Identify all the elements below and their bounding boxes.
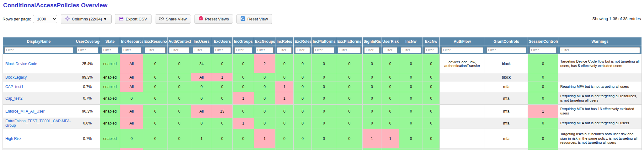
column-header-SessionControls[interactable]: SessionControls (528, 37, 558, 46)
cell-SessionControls: 0 (528, 81, 558, 92)
cell-Warnings: Requiring MFA but is not targeting all r… (558, 92, 642, 105)
filter-input-IncGroups[interactable] (234, 47, 252, 53)
column-header-Warnings[interactable]: Warnings (558, 37, 642, 46)
cell-UserRisk: 1 (381, 129, 399, 148)
filter-cell-Warnings (558, 46, 642, 54)
filter-input-SignInRisk[interactable] (364, 47, 380, 53)
cell-AuthFlow (440, 81, 485, 92)
column-header-IncUsers[interactable]: IncUsers (191, 37, 212, 46)
column-header-ExcGroups[interactable]: ExcGroups (254, 37, 275, 46)
cell-IncNw: 0 (399, 129, 423, 148)
cell-AuthFlow (440, 148, 485, 150)
cell-ExcNw: 0 (423, 73, 440, 81)
filter-input-UserRisk[interactable] (383, 47, 397, 53)
briefcase-icon (199, 16, 203, 21)
filter-input-AuthFlow[interactable] (441, 47, 483, 53)
share-view-button-label: Share View (166, 17, 187, 21)
filter-input-Warnings[interactable] (560, 47, 640, 53)
cell-SignInRisk (363, 148, 381, 150)
filter-input-ExcUsers[interactable] (214, 47, 231, 53)
gear-icon (65, 16, 70, 22)
filter-input-DisplayName[interactable] (4, 47, 73, 53)
column-header-IncGroups[interactable]: IncGroups (233, 37, 254, 46)
column-header-IncResources[interactable]: IncResources (120, 37, 143, 46)
columns-button-label: Columns (22/34) ▼ (72, 17, 107, 21)
filter-input-IncNw[interactable] (401, 47, 421, 53)
rows-per-page-select[interactable]: 1000 (33, 15, 57, 23)
column-header-ExcRoles[interactable]: ExcRoles (294, 37, 312, 46)
cell-IncRoles (275, 148, 294, 150)
column-header-ExcResources[interactable]: ExcResources (143, 37, 168, 46)
policy-link[interactable]: EntraFalcon_TEST_TC001_CAP-MFA-Group (5, 119, 71, 128)
filter-cell-GrantControls (485, 46, 528, 54)
table-row: CAP_test10.7%enabledAll00000010000000mfa… (3, 81, 642, 92)
filter-input-ExcResources[interactable] (145, 47, 166, 53)
filter-input-IncPlatforms[interactable] (313, 47, 334, 53)
cell-IncGroups: 0 (233, 81, 254, 92)
columns-button[interactable]: Columns (22/34) ▼ (61, 14, 112, 24)
cell-AuthContext: 0 (168, 54, 191, 73)
column-header-ExcNw[interactable]: ExcNw (423, 37, 440, 46)
cell-UserCoverage: 90.3% (75, 105, 100, 118)
reset-view-button[interactable]: Reset View (236, 14, 272, 24)
filter-cell-IncUsers (191, 46, 212, 54)
column-header-IncPlatforms[interactable]: IncPlatforms (312, 37, 336, 46)
column-header-State[interactable]: State (100, 37, 120, 46)
table-row: High Risk0.7%enabled000100100001100mfa0T… (3, 129, 642, 148)
filter-input-IncUsers[interactable] (193, 47, 210, 53)
cell-Warnings: Targeting risks but includes both user r… (558, 129, 642, 148)
column-header-DisplayName[interactable]: DisplayName (3, 37, 75, 46)
cell-IncPlatforms (312, 148, 336, 150)
filter-input-ExcNw[interactable] (424, 47, 438, 53)
policy-link[interactable]: BlockLegacy (5, 75, 27, 80)
filter-input-IncResources[interactable] (122, 47, 141, 53)
cell-DisplayName: EntraFalcon_TEST_TC001_CAP-MFA-Group (3, 118, 75, 129)
cell-ExcResources (143, 148, 168, 150)
export-csv-button[interactable]: Export CSV (115, 14, 152, 24)
policy-link[interactable]: Enforce_MFA_All_User (5, 109, 45, 114)
filter-input-UserCoverage[interactable] (77, 47, 98, 53)
cell-IncPlatforms: 0 (312, 73, 336, 81)
column-header-GrantControls[interactable]: GrantControls (485, 37, 528, 46)
filter-input-ExcRoles[interactable] (295, 47, 310, 53)
cell-IncGroups: 1 (233, 118, 254, 129)
policy-link[interactable]: Block Device Code (5, 62, 37, 66)
filter-cell-IncPlatforms (312, 46, 336, 54)
cell-ExcRoles: 0 (294, 105, 312, 118)
cell-IncUsers: 34 (191, 54, 212, 73)
filter-input-State[interactable] (102, 47, 118, 53)
column-header-AuthContext[interactable]: AuthContext (168, 37, 191, 46)
reset-icon (241, 16, 245, 22)
filter-input-ExcGroups[interactable] (256, 47, 274, 53)
column-header-ExcPlatforms[interactable]: ExcPlatforms (336, 37, 363, 46)
cell-GrantControls: block (485, 73, 528, 81)
policy-link[interactable]: Cap_test2 (5, 96, 23, 101)
column-header-SignInRisk[interactable]: SignInRisk (363, 37, 381, 46)
policy-link[interactable]: High Risk (5, 136, 21, 141)
cell-ExcResources: 0 (143, 92, 168, 105)
cell-GrantControls: mfa (485, 118, 528, 129)
cell-DisplayName: BlockLegacy (3, 73, 75, 81)
column-header-AuthFlow[interactable]: AuthFlow (440, 37, 485, 46)
filter-cell-IncRoles (275, 46, 294, 54)
column-header-UserCoverage[interactable]: UserCoverage (75, 37, 100, 46)
cell-ExcGroups: 0 (254, 73, 275, 81)
cell-ExcPlatforms: 0 (336, 118, 363, 129)
filter-cell-ExcUsers (212, 46, 233, 54)
column-header-IncRoles[interactable]: IncRoles (275, 37, 294, 46)
filter-input-ExcPlatforms[interactable] (338, 47, 361, 53)
filter-input-SessionControls[interactable] (530, 47, 556, 53)
column-header-UserRisk[interactable]: UserRisk (381, 37, 399, 46)
cell-SignInRisk: 0 (363, 54, 381, 73)
filter-input-AuthContext[interactable] (169, 47, 189, 53)
cell-AuthFlow (440, 129, 485, 148)
preset-views-button[interactable]: Preset Views (194, 14, 233, 24)
filter-input-IncRoles[interactable] (277, 47, 292, 53)
filter-input-GrantControls[interactable] (487, 47, 526, 53)
column-header-IncNw[interactable]: IncNw (399, 37, 423, 46)
policy-link[interactable]: CAP_test1 (5, 85, 23, 89)
cell-DisplayName: Cap_test2 (3, 92, 75, 105)
filter-cell-IncResources (120, 46, 143, 54)
column-header-ExcUsers[interactable]: ExcUsers (212, 37, 233, 46)
share-view-button[interactable]: Share View (155, 14, 191, 24)
